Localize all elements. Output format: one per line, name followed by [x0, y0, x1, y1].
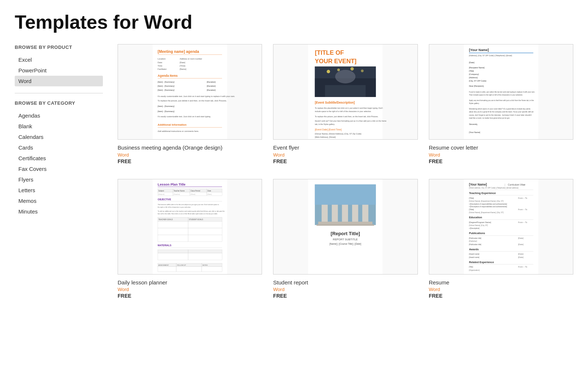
svg-text:[School Name], [City, ST]: [School Name], [City, ST] [469, 225, 488, 226]
svg-text:• [Description of responsibili: • [Description of responsibilities and a… [469, 203, 507, 205]
svg-rect-129 [317, 224, 374, 226]
templates-grid: [Meeting name] agenda Location: Address … [118, 44, 573, 299]
template-card-student-report[interactable]: [Report Title] REPORT SUBTITLE [Name] | … [273, 179, 417, 299]
svg-text:From – To: From – To [518, 221, 527, 223]
svg-text:Address or room number: Address or room number [180, 58, 202, 60]
svg-text:[Item] - [Summary]: [Item] - [Summary] [158, 81, 175, 83]
sidebar-item-certificates[interactable]: Certificates [15, 153, 103, 164]
svg-text:[Date]: [Date] [180, 61, 185, 64]
svg-text:course, don't forget to ask fo: course, don't forget to ask for the inte… [469, 114, 532, 116]
svg-text:[Title]: [Title] [469, 197, 474, 199]
sidebar-item-excel[interactable]: Excel [15, 54, 103, 65]
svg-text:ASSESSMENT: ASSESSMENT [158, 264, 169, 266]
svg-text:[Subject]: [Subject] [158, 193, 164, 195]
svg-text:[Your Name]: [Your Name] [469, 131, 480, 133]
svg-text:[Title]: [Title] [469, 208, 474, 210]
template-product-resume: Word [429, 287, 573, 292]
svg-text:Date:: Date: [158, 61, 163, 64]
svg-text:Lesson Plan Title: Lesson Plan Title [158, 182, 186, 186]
svg-rect-107 [158, 250, 188, 253]
sidebar-item-letters[interactable]: Letters [15, 185, 103, 196]
template-product-event-flyer: Word [273, 152, 417, 158]
template-card-business-meeting-agenda[interactable]: [Meeting name] agenda Location: Address … [118, 44, 262, 164]
svg-text:Teacher Name: Teacher Name [173, 190, 184, 192]
svg-text:[Name]: [Name] [180, 68, 186, 70]
svg-point-36 [327, 70, 330, 73]
svg-text:[Item] - [Summary]: [Item] - [Summary] [158, 105, 175, 107]
svg-text:[Teacher]: [Teacher] [173, 193, 180, 195]
sidebar-item-flyers[interactable]: Flyers [15, 174, 103, 185]
svg-text:[Publication title]: [Publication title] [469, 237, 481, 239]
svg-text:If you're ready to write, just: If you're ready to write, just select th… [469, 91, 535, 93]
sidebar-item-powerpoint[interactable]: PowerPoint [15, 65, 103, 76]
svg-text:[Class]: [Class] [191, 193, 196, 195]
sidebar-item-agendas[interactable]: Agendas [15, 110, 103, 121]
svg-text:Class Period: Class Period [191, 190, 200, 192]
svg-text:[Date]: [Date] [469, 61, 474, 64]
sidebar-item-cards[interactable]: Cards [15, 142, 103, 153]
svg-text:[Report Title]: [Report Title] [331, 231, 360, 236]
svg-rect-118 [176, 266, 202, 272]
svg-text:Sincerely,: Sincerely, [469, 123, 478, 125]
svg-text:[Date]: [Date] [518, 243, 523, 245]
template-product-student-report: Word [273, 287, 417, 292]
svg-text:[City, ST ZIP Code]: [City, ST ZIP Code] [469, 80, 486, 82]
svg-text:It's easily customizable text.: It's easily customizable text. Just clic… [158, 115, 211, 118]
template-card-event-flyer[interactable]: [TITLE OF YOUR EVENT] [273, 44, 417, 164]
svg-text:Apply any text formatting you : Apply any text formatting you are to fee… [469, 100, 534, 101]
svg-text:[Meeting name] agenda: [Meeting name] agenda [158, 50, 199, 54]
template-thumb-resume: [Your Name] | Curriculum Vitae [Street a… [429, 179, 573, 275]
svg-text:To replace this placeholder te: To replace this placeholder text click o… [315, 107, 383, 109]
template-card-daily-lesson-planner[interactable]: Lesson Plan Title Subject Teacher Name C… [118, 179, 262, 299]
svg-text:Date: Date [208, 190, 211, 192]
svg-text:Then include space to the righ: Then include space to the right or left … [469, 94, 523, 96]
svg-text:[Address], [City, ST ZIP Code]: [Address], [City, ST ZIP Code] | [Teleph… [469, 54, 512, 57]
svg-point-37 [337, 68, 340, 71]
sidebar-item-word[interactable]: Word [15, 76, 103, 86]
sidebar-item-minutes[interactable]: Minutes [15, 206, 103, 217]
sidebar-item-fax-covers[interactable]: Fax Covers [15, 164, 103, 174]
svg-text:[Address]: [Address] [469, 76, 478, 79]
template-product-business-meeting-agenda: Word [118, 152, 262, 158]
svg-text:It's easily customizable text.: It's easily customizable text. Just clic… [158, 95, 235, 97]
svg-text:FOLLOW UP: FOLLOW UP [177, 264, 186, 266]
sidebar-item-memos[interactable]: Memos [15, 196, 103, 206]
template-name-resume: Resume [429, 279, 573, 286]
svg-text:Time:: Time: [158, 65, 163, 67]
svg-text:Facilitator:: Facilitator: [158, 68, 167, 70]
svg-rect-104 [188, 235, 222, 241]
svg-point-38 [351, 67, 354, 71]
main-layout: BROWSE BY PRODUCT Excel PowerPoint Word … [0, 40, 588, 302]
svg-text:Teaching Experience: Teaching Experience [469, 191, 496, 194]
template-product-daily-lesson-planner: Word [118, 287, 262, 292]
template-thumb-student-report: [Report Title] REPORT SUBTITLE [Name] | … [273, 179, 417, 275]
svg-text:[Company]: [Company] [469, 73, 479, 75]
svg-text:[Title]: [Title] [469, 266, 473, 268]
svg-text:[Item] - [Summary]: [Item] - [Summary] [158, 85, 175, 87]
sidebar-item-blank[interactable]: Blank [15, 121, 103, 132]
template-card-resume[interactable]: [Your Name] | Curriculum Vitae [Street a… [429, 179, 573, 299]
template-price-daily-lesson-planner: FREE [118, 293, 262, 299]
sidebar: BROWSE BY PRODUCT Excel PowerPoint Word … [7, 40, 110, 302]
svg-text:the right or left of the chara: the right or left of the characters in y… [158, 206, 191, 208]
svg-rect-110 [188, 253, 222, 259]
svg-text:about why you're a great fit f: about why you're a great fit for the com… [469, 111, 534, 113]
svg-text:To replace the picture, just d: To replace the picture, just delete it a… [158, 100, 227, 102]
svg-text:[Street address, City, ST ZIP : [Street address, City, ST ZIP Code] | [T… [469, 187, 518, 189]
template-name-business-meeting-agenda: Business meeting agenda (Orange design) [118, 144, 262, 151]
svg-text:Haven't sold out? Get your bes: Haven't sold out? Get your best formatti… [315, 120, 387, 122]
svg-rect-122 [315, 184, 376, 204]
template-card-resume-cover-letter[interactable]: [Your Name] [Address], [City, ST ZIP Cod… [429, 44, 573, 164]
template-thumb-daily-lesson-planner: Lesson Plan Title Subject Teacher Name C… [118, 179, 262, 275]
sidebar-item-calendars[interactable]: Calendars [15, 132, 103, 142]
svg-text:The learners will/be able to f: The learners will/be able to for this un… [158, 204, 219, 205]
svg-text:Publications: Publications [469, 232, 485, 235]
svg-rect-101 [158, 228, 188, 234]
browse-by-category-label: BROWSE BY CATEGORY [15, 100, 103, 107]
svg-text:Related Experience: Related Experience [469, 260, 494, 263]
template-price-resume-cover-letter: FREE [429, 158, 573, 164]
svg-text:Wondering which style is in yo: Wondering which style is in your cover l… [469, 108, 531, 110]
template-price-student-report: FREE [273, 293, 417, 299]
template-name-student-report: Student report [273, 279, 417, 286]
template-price-business-meeting-agenda: FREE [118, 158, 262, 164]
